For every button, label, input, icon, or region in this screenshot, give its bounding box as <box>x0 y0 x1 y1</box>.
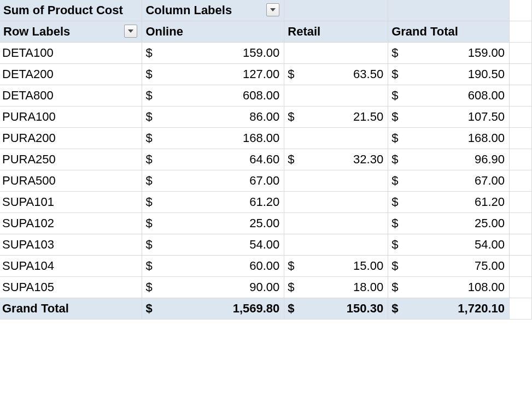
online-cell: $127.00 <box>142 64 284 85</box>
currency-symbol: $ <box>391 301 398 316</box>
online-cell-value: 60.00 <box>145 259 279 273</box>
grand-total-label: Grand Total <box>2 301 69 315</box>
online-cell: $67.00 <box>142 170 284 192</box>
currency-symbol: $ <box>288 280 294 294</box>
row-labels-dropdown[interactable] <box>124 25 137 38</box>
grand-total-online-value: 1,569.80 <box>145 301 279 316</box>
row-label: PURA500 <box>0 170 142 192</box>
currency-symbol: $ <box>145 174 152 188</box>
row-label: DETA800 <box>0 85 142 107</box>
total-cell: $67.00 <box>388 170 510 192</box>
retail-cell-value: 18.00 <box>288 280 383 294</box>
currency-symbol: $ <box>288 301 294 316</box>
header-online: Online <box>142 21 284 43</box>
online-cell-value: 67.00 <box>145 174 279 188</box>
online-cell-value: 25.00 <box>145 216 279 230</box>
pad-cell <box>510 149 532 170</box>
row-label: DETA100 <box>0 43 142 64</box>
grand-total-total: $ 1,720.10 <box>388 298 510 320</box>
row-label: DETA200 <box>0 64 142 85</box>
currency-symbol: $ <box>391 131 398 145</box>
currency-symbol: $ <box>288 67 294 81</box>
currency-symbol: $ <box>391 46 398 60</box>
row-label: SUPA103 <box>0 234 142 256</box>
retail-cell-value: 32.30 <box>288 152 383 167</box>
pad-cell <box>510 64 532 85</box>
total-cell-value: 108.00 <box>391 280 505 294</box>
currency-symbol: $ <box>288 110 294 124</box>
online-cell-value: 159.00 <box>145 46 279 60</box>
retail-cell <box>284 192 388 213</box>
pad-cell <box>510 85 532 107</box>
row-label: SUPA105 <box>0 277 142 298</box>
retail-cell <box>284 128 388 149</box>
pad-cell <box>510 128 532 149</box>
grand-total-online: $ 1,569.80 <box>142 298 284 320</box>
header-column-labels[interactable]: Column Labels <box>142 0 284 21</box>
pad-cell <box>510 256 532 277</box>
header-sum-label: Sum of Product Cost <box>3 3 123 17</box>
retail-cell: $32.30 <box>284 149 388 170</box>
online-cell-value: 64.60 <box>145 152 279 167</box>
retail-cell: $15.00 <box>284 256 388 277</box>
total-cell-value: 107.50 <box>391 110 505 124</box>
pad-cell <box>510 213 532 234</box>
row-label: SUPA104 <box>0 256 142 277</box>
online-cell: $608.00 <box>142 85 284 107</box>
retail-cell <box>284 170 388 192</box>
total-cell-value: 54.00 <box>391 238 505 252</box>
total-cell-value: 25.00 <box>391 216 505 230</box>
retail-cell <box>284 85 388 107</box>
header-row-labels-text: Row Labels <box>3 25 70 38</box>
total-cell: $608.00 <box>388 85 510 107</box>
header-blank-2 <box>388 0 510 21</box>
retail-cell <box>284 213 388 234</box>
currency-symbol: $ <box>145 152 152 167</box>
online-cell-value: 61.20 <box>145 195 279 209</box>
pad-cell <box>510 170 532 192</box>
retail-cell-value: 21.50 <box>288 110 383 124</box>
pad-cell <box>510 234 532 256</box>
currency-symbol: $ <box>145 238 152 252</box>
column-labels-dropdown[interactable] <box>266 3 279 16</box>
online-cell: $61.20 <box>142 192 284 213</box>
row-label: PURA200 <box>0 128 142 149</box>
retail-cell-value: 63.50 <box>288 67 383 81</box>
retail-cell-value: 15.00 <box>288 259 383 273</box>
header-grand-total: Grand Total <box>388 21 510 43</box>
grand-total-retail-value: 150.30 <box>288 301 383 316</box>
currency-symbol: $ <box>145 216 152 230</box>
header-row-labels[interactable]: Row Labels <box>0 21 142 43</box>
online-cell-value: 86.00 <box>145 110 279 124</box>
currency-symbol: $ <box>288 259 294 273</box>
total-cell-value: 190.50 <box>391 67 505 81</box>
currency-symbol: $ <box>145 67 152 81</box>
currency-symbol: $ <box>145 88 152 103</box>
chevron-down-icon <box>270 8 276 11</box>
header-sum-of-product-cost: Sum of Product Cost <box>0 0 142 21</box>
online-cell: $60.00 <box>142 256 284 277</box>
online-cell: $54.00 <box>142 234 284 256</box>
currency-symbol: $ <box>391 195 398 209</box>
header-column-labels-text: Column Labels <box>145 3 232 17</box>
currency-symbol: $ <box>391 110 398 124</box>
currency-symbol: $ <box>145 110 152 124</box>
pad-cell <box>510 298 532 320</box>
currency-symbol: $ <box>391 174 398 188</box>
currency-symbol: $ <box>391 216 398 230</box>
currency-symbol: $ <box>145 259 152 273</box>
total-cell-value: 67.00 <box>391 174 505 188</box>
online-cell: $168.00 <box>142 128 284 149</box>
retail-cell <box>284 43 388 64</box>
online-cell-value: 127.00 <box>145 67 279 81</box>
total-cell-value: 608.00 <box>391 88 505 103</box>
total-cell: $159.00 <box>388 43 510 64</box>
currency-symbol: $ <box>288 152 294 167</box>
total-cell: $96.90 <box>388 149 510 170</box>
grand-total-retail: $ 150.30 <box>284 298 388 320</box>
currency-symbol: $ <box>145 195 152 209</box>
currency-symbol: $ <box>391 67 398 81</box>
pad-cell <box>510 21 532 43</box>
online-cell-value: 90.00 <box>145 280 279 294</box>
row-label: SUPA101 <box>0 192 142 213</box>
